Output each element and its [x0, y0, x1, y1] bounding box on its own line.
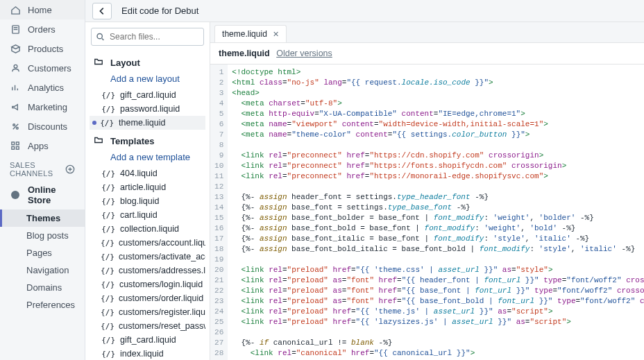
svg-rect-4	[11, 142, 14, 144]
liquid-icon: {/}	[101, 252, 115, 262]
file-item[interactable]: {/}gift_card.liquid	[90, 333, 205, 347]
file-item[interactable]: {/}index.liquid	[90, 347, 205, 360]
header-title: Edit code for Debut	[121, 6, 198, 16]
file-item[interactable]: {/}collection.liquid	[90, 222, 205, 236]
file-item[interactable]: {/}404.liquid	[90, 166, 205, 180]
line-gutter: 1234567891011121314151617181920212223242…	[210, 65, 228, 360]
file-panel: Layout Add a new layout {/}gift_card.liq…	[85, 22, 210, 360]
liquid-icon: {/}	[101, 169, 116, 178]
svg-rect-6	[11, 146, 14, 149]
sales-channels-label: SALES CHANNELS	[0, 155, 85, 180]
liquid-icon: {/}	[101, 225, 116, 234]
file-item[interactable]: {/}customers/login.liquid	[90, 277, 205, 291]
file-item[interactable]: {/}theme.liquid	[90, 116, 205, 130]
liquid-icon: {/}	[101, 105, 116, 114]
file-item[interactable]: {/}cart.liquid	[90, 208, 205, 222]
svg-point-9	[11, 191, 19, 199]
nav-orders[interactable]: Orders	[0, 19, 85, 39]
layout-group[interactable]: Layout	[90, 51, 205, 71]
add-layout-link[interactable]: Add a new layout	[90, 71, 205, 88]
older-versions-link[interactable]: Older versions	[276, 49, 332, 58]
file-item[interactable]: {/}customers/register.liquid	[90, 305, 205, 319]
subnav-navigation[interactable]: Navigation	[0, 262, 85, 279]
liquid-icon: {/}	[101, 197, 116, 206]
templates-group[interactable]: Templates	[90, 130, 205, 149]
nav-marketing[interactable]: Marketing	[0, 97, 85, 117]
nav-online-store[interactable]: Online Store	[0, 180, 85, 209]
folder-icon	[94, 57, 105, 68]
file-item[interactable]: {/}customers/reset_password.liquid	[90, 319, 205, 333]
file-item[interactable]: {/}customers/activate_account.liquid	[90, 250, 205, 264]
file-item[interactable]: {/}article.liquid	[90, 180, 205, 194]
file-item[interactable]: {/}customers/account.liquid	[90, 236, 205, 250]
liquid-icon: {/}	[101, 336, 116, 345]
subnav-preferences[interactable]: Preferences	[0, 296, 85, 314]
nav-products[interactable]: Products	[0, 39, 85, 58]
file-crumb: theme.liquid Older versions	[210, 43, 644, 65]
apps-icon	[10, 140, 21, 151]
liquid-icon: {/}	[101, 183, 116, 192]
nav-home[interactable]: Home	[0, 0, 85, 19]
liquid-icon: {/}	[101, 308, 115, 317]
search-icon	[96, 33, 105, 42]
subnav-blog-posts[interactable]: Blog posts	[0, 227, 85, 244]
liquid-icon: {/}	[101, 239, 115, 248]
svg-point-10	[97, 34, 102, 39]
discounts-icon	[10, 121, 21, 132]
file-item[interactable]: {/}customers/order.liquid	[90, 291, 205, 305]
svg-rect-7	[16, 146, 19, 149]
code-area[interactable]: 1234567891011121314151617181920212223242…	[210, 65, 644, 360]
marketing-icon	[10, 101, 21, 112]
svg-point-3	[16, 127, 18, 129]
customers-icon	[10, 62, 21, 74]
liquid-icon: {/}	[99, 119, 115, 128]
liquid-icon: {/}	[101, 294, 115, 303]
orders-icon	[10, 24, 21, 35]
liquid-icon: {/}	[101, 211, 116, 220]
editor-tab[interactable]: theme.liquid ✕	[214, 25, 287, 42]
file-item[interactable]: {/}password.liquid	[90, 102, 205, 116]
nav-analytics[interactable]: Analytics	[0, 78, 85, 97]
file-item[interactable]: {/}gift_card.liquid	[90, 88, 205, 102]
main-nav: HomeOrdersProductsCustomersAnalyticsMark…	[0, 0, 85, 360]
code-lines[interactable]: <!doctype html><html class="no-js" lang=…	[228, 65, 644, 360]
folder-icon	[94, 135, 105, 146]
file-item[interactable]: {/}customers/addresses.liquid	[90, 264, 205, 277]
subnav-themes[interactable]: Themes	[0, 209, 85, 227]
svg-point-2	[12, 123, 15, 126]
editor-header: Edit code for Debut	[85, 0, 644, 22]
close-tab-icon[interactable]: ✕	[273, 30, 279, 39]
add-template-link[interactable]: Add a new template	[90, 149, 205, 166]
file-item[interactable]: {/}blog.liquid	[90, 194, 205, 208]
svg-rect-5	[16, 142, 19, 144]
code-editor: theme.liquid ✕ theme.liquid Older versio…	[210, 22, 644, 360]
subnav-domains[interactable]: Domains	[0, 279, 85, 296]
editor-tabs: theme.liquid ✕	[210, 22, 644, 43]
svg-point-1	[14, 65, 17, 68]
nav-apps[interactable]: Apps	[0, 136, 85, 155]
subnav-pages[interactable]: Pages	[0, 244, 85, 262]
nav-discounts[interactable]: Discounts	[0, 117, 85, 136]
liquid-icon: {/}	[101, 280, 115, 289]
search-input[interactable]	[91, 28, 204, 46]
nav-customers[interactable]: Customers	[0, 58, 85, 78]
home-icon	[10, 4, 21, 15]
liquid-icon: {/}	[101, 322, 115, 331]
liquid-icon: {/}	[101, 350, 116, 359]
add-channel-icon[interactable]	[65, 164, 75, 174]
liquid-icon: {/}	[101, 91, 116, 100]
liquid-icon: {/}	[101, 266, 115, 275]
store-icon	[10, 189, 21, 200]
products-icon	[10, 43, 21, 54]
back-button[interactable]	[92, 3, 112, 19]
analytics-icon	[10, 82, 21, 93]
